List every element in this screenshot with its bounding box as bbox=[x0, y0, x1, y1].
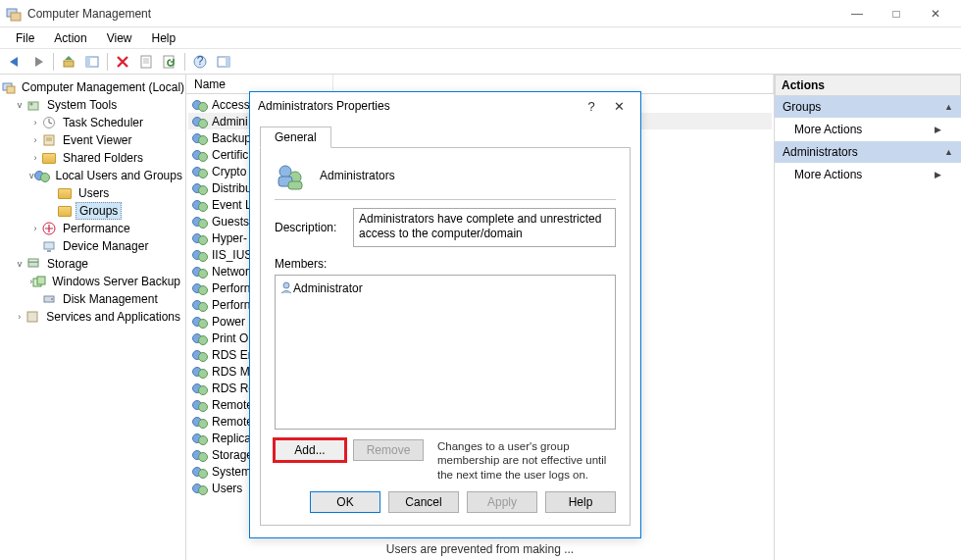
svg-rect-16 bbox=[28, 102, 38, 110]
group-icon bbox=[192, 381, 208, 396]
tree-shared-folders[interactable]: ›Shared Folders bbox=[2, 149, 183, 167]
tree-device-manager[interactable]: Device Manager bbox=[2, 237, 183, 255]
tree-services-applications[interactable]: ›Services and Applications bbox=[2, 308, 183, 326]
actions-pane: Actions Groups▲ More Actions▶ Administra… bbox=[775, 75, 961, 560]
maximize-button[interactable]: □ bbox=[877, 2, 916, 25]
menu-action[interactable]: Action bbox=[44, 29, 96, 47]
navigation-tree[interactable]: Computer Management (Local) vSystem Tool… bbox=[0, 75, 186, 560]
status-text: Users are prevented from making ... bbox=[186, 538, 774, 560]
toolbar: ? bbox=[0, 49, 961, 75]
ok-button[interactable]: OK bbox=[310, 491, 380, 513]
dialog-help-button[interactable]: ? bbox=[578, 95, 605, 117]
member-item[interactable]: Administrator bbox=[279, 280, 611, 297]
window-titlebar: Computer Management — □ ✕ bbox=[0, 0, 961, 27]
group-icon bbox=[192, 230, 208, 246]
close-button[interactable]: ✕ bbox=[916, 2, 955, 25]
group-icon bbox=[192, 481, 208, 496]
actions-header: Actions bbox=[775, 75, 961, 96]
group-icon bbox=[192, 164, 208, 179]
membership-note: Changes to a user's group membership are… bbox=[431, 439, 616, 482]
menu-help[interactable]: Help bbox=[142, 29, 186, 47]
actions-section-groups[interactable]: Groups▲ bbox=[775, 96, 961, 118]
group-icon bbox=[192, 347, 208, 363]
tree-groups[interactable]: Groups bbox=[2, 202, 183, 220]
group-name: Administrators bbox=[320, 169, 395, 182]
group-large-icon bbox=[275, 160, 306, 191]
apply-button[interactable]: Apply bbox=[467, 491, 537, 513]
svg-rect-35 bbox=[288, 181, 302, 189]
group-icon bbox=[192, 447, 208, 463]
forward-button[interactable] bbox=[27, 51, 49, 73]
dialog-help-bottom-button[interactable]: Help bbox=[545, 491, 616, 513]
group-icon bbox=[192, 214, 208, 229]
svg-text:?: ? bbox=[197, 55, 204, 68]
group-icon bbox=[192, 114, 208, 129]
group-icon bbox=[192, 180, 208, 196]
group-icon bbox=[192, 197, 208, 213]
menu-view[interactable]: View bbox=[97, 29, 142, 47]
group-icon bbox=[192, 431, 208, 446]
tree-windows-server-backup[interactable]: ›Windows Server Backup bbox=[2, 273, 183, 290]
svg-point-30 bbox=[51, 298, 53, 300]
minimize-button[interactable]: — bbox=[837, 2, 877, 25]
svg-point-36 bbox=[283, 282, 289, 288]
svg-point-17 bbox=[30, 103, 33, 106]
properties-dialog: Administrators Properties ? ✕ General Ad… bbox=[249, 91, 641, 538]
svg-rect-13 bbox=[226, 57, 229, 67]
group-icon bbox=[192, 97, 208, 113]
tree-users[interactable]: Users bbox=[2, 184, 183, 202]
group-icon bbox=[192, 397, 208, 413]
description-field[interactable]: Administrators have complete and unrestr… bbox=[353, 208, 616, 247]
svg-rect-24 bbox=[47, 250, 51, 252]
window-title: Computer Management bbox=[27, 7, 837, 21]
menubar: File Action View Help bbox=[0, 27, 961, 49]
menu-file[interactable]: File bbox=[6, 29, 44, 47]
members-label: Members: bbox=[275, 257, 616, 271]
back-button[interactable] bbox=[4, 51, 25, 73]
app-icon bbox=[6, 6, 22, 22]
refresh-button[interactable] bbox=[159, 51, 180, 73]
group-icon bbox=[192, 280, 208, 296]
dialog-close-button[interactable]: ✕ bbox=[605, 95, 632, 117]
up-button[interactable] bbox=[58, 51, 79, 73]
tree-storage[interactable]: vStorage bbox=[2, 255, 183, 273]
group-icon bbox=[192, 331, 208, 346]
svg-rect-1 bbox=[11, 13, 21, 21]
group-icon bbox=[192, 264, 208, 280]
group-icon bbox=[192, 314, 208, 330]
show-hide-tree-button[interactable] bbox=[81, 51, 103, 73]
svg-rect-23 bbox=[44, 242, 54, 249]
svg-rect-31 bbox=[27, 312, 37, 322]
dialog-title: Administrators Properties bbox=[258, 99, 578, 113]
remove-button[interactable]: Remove bbox=[353, 439, 424, 461]
user-icon bbox=[279, 280, 293, 297]
properties-button[interactable] bbox=[135, 51, 157, 73]
tab-general[interactable]: General bbox=[260, 127, 331, 148]
tree-performance[interactable]: ›Performance bbox=[2, 220, 183, 237]
help-button[interactable]: ? bbox=[189, 51, 211, 73]
tree-event-viewer[interactable]: ›Event Viewer bbox=[2, 131, 183, 149]
svg-rect-15 bbox=[7, 86, 15, 93]
tree-disk-management[interactable]: Disk Management bbox=[2, 290, 183, 308]
svg-rect-25 bbox=[28, 262, 38, 267]
delete-button[interactable] bbox=[112, 51, 133, 73]
description-label: Description: bbox=[275, 221, 353, 234]
svg-rect-2 bbox=[64, 61, 74, 67]
actions-more-1[interactable]: More Actions▶ bbox=[775, 118, 961, 141]
actions-more-2[interactable]: More Actions▶ bbox=[775, 163, 961, 186]
cancel-button[interactable]: Cancel bbox=[388, 491, 459, 513]
tree-system-tools[interactable]: vSystem Tools bbox=[2, 96, 183, 114]
actions-section-administrators[interactable]: Administrators▲ bbox=[775, 141, 961, 163]
tree-local-users-groups[interactable]: vLocal Users and Groups bbox=[2, 167, 183, 184]
group-icon bbox=[192, 414, 208, 430]
svg-rect-28 bbox=[37, 277, 45, 284]
tree-root[interactable]: Computer Management (Local) bbox=[2, 78, 183, 96]
group-icon bbox=[192, 297, 208, 313]
group-icon bbox=[192, 364, 208, 380]
tree-task-scheduler[interactable]: ›Task Scheduler bbox=[2, 114, 183, 131]
add-button[interactable]: Add... bbox=[275, 439, 345, 461]
svg-rect-5 bbox=[141, 56, 151, 68]
members-list[interactable]: Administrator bbox=[275, 275, 616, 430]
group-icon bbox=[192, 130, 208, 146]
show-action-pane-button[interactable] bbox=[213, 51, 234, 73]
